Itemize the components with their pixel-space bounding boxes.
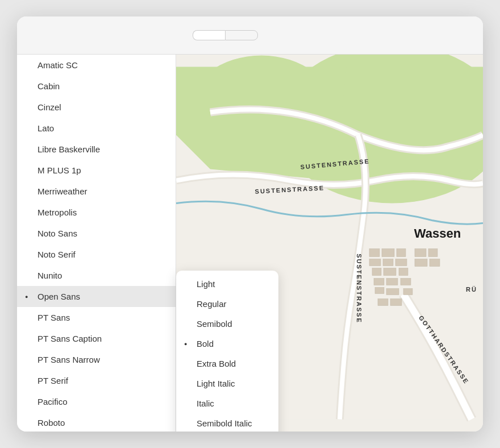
svg-rect-17 — [375, 288, 384, 294]
weight-item-extra-bold[interactable]: Extra Bold — [176, 354, 278, 374]
svg-rect-16 — [401, 279, 411, 285]
main-content: Amatic SCCabinCinzelLatoLibre Baskervill… — [17, 55, 483, 432]
svg-rect-7 — [397, 249, 406, 257]
font-item-pt-sans-narrow[interactable]: PT Sans Narrow — [17, 349, 176, 370]
svg-rect-8 — [369, 259, 381, 266]
svg-rect-5 — [369, 249, 380, 257]
font-item-metropolis[interactable]: Metropolis — [17, 202, 176, 223]
font-item-roboto[interactable]: Roboto — [17, 412, 176, 432]
forward-button[interactable] — [286, 24, 308, 46]
save-button[interactable] — [193, 30, 225, 40]
weight-item-regular[interactable]: Regular — [176, 294, 278, 314]
font-item-libre-baskerville[interactable]: Libre Baskerville — [17, 139, 176, 160]
font-item-cabin[interactable]: Cabin — [17, 76, 176, 97]
svg-rect-6 — [382, 249, 394, 257]
svg-rect-15 — [386, 279, 398, 285]
back-button[interactable] — [265, 24, 286, 46]
weight-item-light[interactable]: Light — [176, 274, 278, 294]
svg-rect-25 — [390, 299, 402, 306]
weight-item-light-italic[interactable]: Light Italic — [176, 374, 278, 393]
font-item-m-plus-1p[interactable]: M PLUS 1p — [17, 160, 176, 181]
font-item-pacifico[interactable]: Pacifico — [17, 391, 176, 412]
svg-rect-19 — [403, 289, 413, 295]
publish-button[interactable] — [225, 30, 258, 40]
svg-rect-23 — [430, 259, 440, 267]
svg-rect-21 — [428, 249, 438, 257]
font-item-noto-sans[interactable]: Noto Sans — [17, 223, 176, 244]
font-item-open-sans[interactable]: Open Sans — [17, 286, 176, 307]
font-item-pt-sans-caption[interactable]: PT Sans Caption — [17, 328, 176, 349]
svg-rect-24 — [378, 299, 388, 306]
svg-rect-13 — [399, 268, 408, 276]
road-label-r: RÜ — [466, 286, 477, 293]
svg-rect-12 — [384, 268, 396, 276]
svg-rect-20 — [415, 249, 426, 257]
weight-item-semibold[interactable]: Semibold — [176, 314, 278, 334]
font-item-noto-serif[interactable]: Noto Serif — [17, 244, 176, 265]
road-label-vertical: SUSTENSTRASSE — [356, 254, 363, 323]
toolbar-nav — [265, 24, 308, 46]
svg-rect-9 — [383, 259, 393, 266]
font-item-pt-serif[interactable]: PT Serif — [17, 370, 176, 391]
toolbar-center — [193, 30, 258, 40]
city-label: Wassen — [414, 226, 461, 240]
app-container: Amatic SCCabinCinzelLatoLibre Baskervill… — [17, 16, 483, 432]
weight-item-bold[interactable]: Bold — [176, 334, 278, 354]
svg-rect-18 — [386, 289, 399, 295]
weight-item-italic[interactable]: Italic — [176, 393, 278, 413]
font-item-pt-sans[interactable]: PT Sans — [17, 307, 176, 328]
svg-rect-22 — [415, 259, 427, 267]
font-item-amatic-sc[interactable]: Amatic SC — [17, 55, 176, 76]
weight-item-semibold-italic[interactable]: Semibold Italic — [176, 413, 278, 432]
font-item-lato[interactable]: Lato — [17, 118, 176, 139]
toolbar — [17, 16, 483, 55]
svg-rect-14 — [374, 279, 384, 285]
font-sidebar: Amatic SCCabinCinzelLatoLibre Baskervill… — [17, 55, 176, 432]
svg-rect-11 — [372, 268, 381, 276]
weight-dropdown: LightRegularSemiboldBoldExtra BoldLight … — [176, 271, 278, 432]
font-item-nunito[interactable]: Nunito — [17, 265, 176, 286]
font-item-cinzel[interactable]: Cinzel — [17, 97, 176, 118]
font-item-merriweather[interactable]: Merriweather — [17, 181, 176, 202]
svg-rect-10 — [395, 259, 407, 266]
